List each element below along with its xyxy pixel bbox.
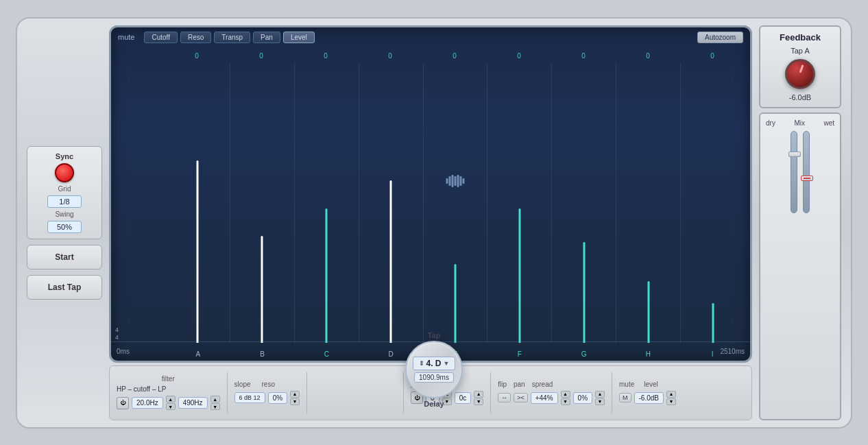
- sequencer-screen: mute Cutoff Reso Transp Pan Level Autozo…: [109, 25, 752, 363]
- mute-ind-e: 0: [422, 52, 487, 60]
- mix-label: Mix: [794, 119, 805, 127]
- lane-a[interactable]: [166, 63, 230, 343]
- lane-h[interactable]: [616, 63, 681, 343]
- lane-i[interactable]: [681, 63, 745, 343]
- filter-freq-high[interactable]: 490Hz: [178, 397, 208, 409]
- flip-lr-button[interactable]: ↔: [498, 393, 511, 402]
- lane-c[interactable]: [295, 63, 359, 343]
- mute-indicators-row: 0 0 0 0 0 0 0 0 0: [111, 52, 750, 60]
- mute-m-button[interactable]: M: [619, 393, 631, 402]
- flip-pan-row: ↔ >< +44% ▲ ▼ 0% ▲ ▼: [498, 391, 605, 405]
- filter-controls-row: ⏻ 20.0Hz ▲ ▼ 490Hz ▲ ▼: [117, 396, 220, 410]
- mix-box: dry Mix wet: [759, 112, 841, 420]
- lane-label-h: H: [616, 350, 680, 358]
- tap-a-label: Tap A: [791, 47, 810, 55]
- level-down[interactable]: ▼: [666, 398, 676, 405]
- dry-slider-thumb[interactable]: [788, 152, 801, 157]
- lane-a-bar: [197, 160, 199, 342]
- lane-c-bar: [326, 208, 328, 343]
- transp-note-arrows: ▲ ▼: [474, 391, 483, 405]
- grid-value[interactable]: 1/8: [47, 195, 82, 208]
- filter-value: HP – cutoff – LP: [117, 385, 220, 393]
- flip-pan-spread-section: flip pan spread ↔ >< +44% ▲ ▼ 0% ▲ ▼: [498, 381, 605, 405]
- filter-freq-low-arrows: ▲ ▼: [166, 396, 176, 410]
- filter-freq-high-down[interactable]: ▼: [210, 403, 220, 410]
- filter-freq-low-up[interactable]: ▲: [166, 396, 176, 402]
- reso-down[interactable]: ▼: [290, 398, 300, 405]
- tap-ms-display: 1090.9ms: [414, 372, 454, 383]
- sync-button[interactable]: [55, 163, 74, 182]
- mute-ind-f: 0: [487, 52, 551, 60]
- lane-label-b: B: [230, 350, 295, 358]
- slope-reso-section: slope reso 6 dB 12 0% ▲ ▼: [234, 381, 300, 405]
- divider-4: [490, 372, 491, 413]
- lane-i-bar: [712, 303, 714, 342]
- flip-label: flip: [498, 381, 507, 388]
- spread-up[interactable]: ▲: [595, 391, 605, 398]
- filter-power-button[interactable]: ⏻: [117, 397, 129, 409]
- transp-note-down[interactable]: ▼: [474, 398, 483, 405]
- pan-down[interactable]: ▼: [561, 398, 570, 405]
- tap-knob[interactable]: ⇕ 4. D ▼ 1090.9ms: [405, 341, 463, 398]
- last-tap-button[interactable]: Last Tap: [27, 275, 102, 300]
- feedback-title: Feedback: [766, 32, 834, 43]
- filter-freq-low[interactable]: 20.0Hz: [132, 397, 163, 409]
- mix-header: dry Mix wet: [766, 119, 834, 127]
- reso-button[interactable]: Reso: [180, 32, 211, 43]
- mute-ind-c: 0: [293, 52, 358, 60]
- lane-label-a: A: [166, 350, 230, 358]
- reso-value[interactable]: 0%: [268, 392, 287, 404]
- lane-label-i: I: [680, 350, 745, 358]
- pan-button[interactable]: Pan: [253, 32, 280, 43]
- mini-waveform: [446, 175, 465, 187]
- cutoff-button[interactable]: Cutoff: [144, 32, 178, 43]
- divider-5: [612, 372, 612, 413]
- spread-value[interactable]: 0%: [573, 392, 592, 404]
- lane-g[interactable]: [552, 63, 616, 343]
- divider-1: [227, 372, 228, 413]
- pan-label: pan: [514, 381, 525, 388]
- filter-section: filter HP – cutoff – LP ⏻ 20.0Hz ▲ ▼ 490…: [117, 375, 220, 410]
- slope-value[interactable]: 6 dB 12: [234, 392, 265, 403]
- mute-ind-g: 0: [551, 52, 616, 60]
- lane-f[interactable]: [487, 63, 552, 343]
- transp-button[interactable]: Transp: [214, 32, 250, 43]
- mute-ctrl-label: mute: [619, 381, 634, 388]
- reso-arrows: ▲ ▼: [290, 391, 300, 405]
- lane-e[interactable]: [424, 63, 488, 343]
- filter-freq-low-down[interactable]: ▼: [166, 403, 176, 410]
- lane-label-f: F: [487, 350, 552, 358]
- transp-note-up[interactable]: ▲: [474, 391, 483, 398]
- spread-label: spread: [532, 381, 553, 388]
- lane-d[interactable]: [359, 63, 424, 343]
- swing-value[interactable]: 50%: [47, 221, 82, 233]
- pan-value[interactable]: +44%: [531, 392, 558, 404]
- wet-label: wet: [823, 119, 834, 127]
- lane-b[interactable]: [230, 63, 295, 343]
- mix-sliders: [766, 131, 834, 213]
- reso-up[interactable]: ▲: [290, 391, 300, 398]
- autozoom-button[interactable]: Autozoom: [697, 32, 743, 43]
- level-up[interactable]: ▲: [666, 391, 676, 398]
- flip-bounce-button[interactable]: ><: [514, 393, 528, 402]
- mute-ind-a: 0: [165, 52, 229, 60]
- mute-ind-i: 0: [680, 52, 745, 60]
- sync-label: Sync: [56, 152, 73, 160]
- feedback-knob[interactable]: [785, 59, 815, 89]
- filter-freq-high-arrows: ▲ ▼: [210, 396, 220, 410]
- start-button[interactable]: Start: [27, 245, 102, 269]
- level-value[interactable]: -6.0dB: [634, 392, 664, 404]
- filter-label: filter: [117, 375, 220, 383]
- feedback-box: Feedback Tap A -6.0dB: [759, 25, 841, 108]
- wet-slider-thumb[interactable]: [801, 176, 813, 181]
- level-button[interactable]: Level: [283, 32, 315, 43]
- tap-select-display[interactable]: ⇕ 4. D ▼: [413, 357, 456, 370]
- feedback-db: -6.0dB: [789, 93, 811, 101]
- filter-freq-high-up[interactable]: ▲: [210, 396, 220, 402]
- wet-slider-track: [803, 131, 810, 213]
- pan-arrows: ▲ ▼: [561, 391, 570, 405]
- pan-up[interactable]: ▲: [561, 391, 570, 398]
- time-signature: 44: [115, 326, 119, 341]
- level-ctrl-label: level: [644, 381, 658, 388]
- spread-down[interactable]: ▼: [595, 398, 605, 405]
